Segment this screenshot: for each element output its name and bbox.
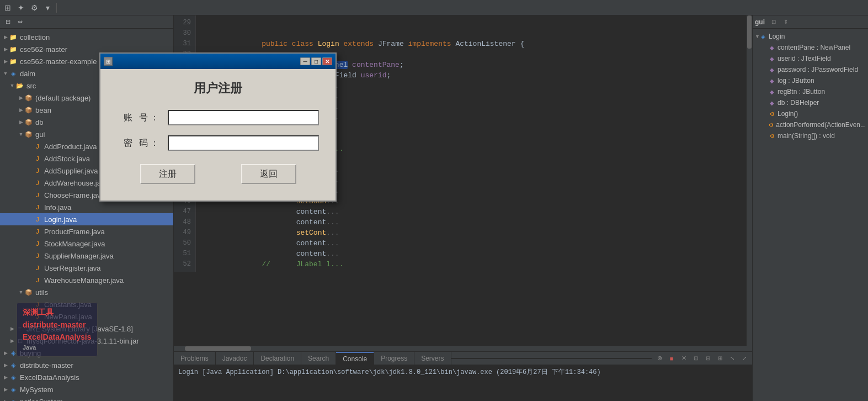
vertical-scrollbar[interactable] (747, 15, 752, 346)
outline-item-db[interactable]: ◆ db : DBHelper (753, 97, 868, 108)
tree-item-exceldata[interactable]: ▶ ◈ ExcelDataAnalysis (0, 371, 173, 383)
console-clear-icon[interactable]: ⊗ (654, 353, 665, 364)
console-icon-3[interactable]: ⊞ (715, 353, 726, 364)
tree-label: src (26, 82, 36, 90)
collapse-all-icon[interactable]: ⊟ (2, 17, 13, 28)
dialog-minimize-button[interactable]: ─ (300, 57, 310, 65)
tree-label: AddStock.java (44, 155, 90, 163)
tree-label: cse562-master (20, 45, 67, 54)
tree-arrow (26, 302, 33, 307)
project-icon: ◈ (9, 349, 18, 357)
tree-label: AddProduct.java (44, 143, 97, 151)
tree-arrow: ▶ (2, 387, 9, 392)
register-button[interactable]: 注册 (140, 164, 195, 184)
console-icon-1[interactable]: ⊡ (690, 353, 701, 364)
tree-label: ExcelDataAnalysis (20, 373, 79, 382)
outline-item-actionperformed[interactable]: ⚙ actionPerformed(ActionEven... (753, 119, 868, 130)
right-panel-toolbar: gui ⊡ ⇕ (753, 15, 868, 29)
tab-problems[interactable]: Problems (174, 352, 216, 365)
tree-item-info[interactable]: J Info.java (0, 201, 173, 213)
tree-label: AddSupplier.java (44, 167, 98, 175)
scrollbar-thumb (747, 15, 752, 49)
tree-item-constants[interactable]: J Constants.java (0, 298, 173, 310)
dialog-close-button[interactable]: ✕ (322, 57, 332, 65)
tree-item-productframe[interactable]: J ProductFrame.java (0, 225, 173, 238)
tree-item-warehousemanager[interactable]: J WarehouseManager.java (0, 274, 173, 286)
console-icon-5[interactable]: ⤢ (739, 353, 750, 364)
tree-label: ProductFrame.java (44, 228, 105, 236)
console-icon-2[interactable]: ⊟ (702, 353, 713, 364)
account-input[interactable] (168, 110, 319, 125)
project-icon: ◈ (9, 361, 18, 370)
tree-label: noticeSystem (20, 398, 63, 402)
outline-item-regbtn[interactable]: ◆ regBtn : JButton (753, 86, 868, 97)
outline-item-password[interactable]: ◆ password : JPasswordField (753, 64, 868, 75)
java-icon: J (33, 154, 42, 163)
console-icon-4[interactable]: ⤡ (727, 353, 738, 364)
tab-console[interactable]: Console (336, 352, 374, 365)
tree-arrow (26, 192, 33, 198)
tree-arrow: ▶ (2, 374, 9, 380)
tab-declaration[interactable]: Declaration (254, 352, 301, 365)
tree-arrow (26, 277, 33, 283)
left-panel-toolbar: ⊟ ⇔ (0, 15, 173, 29)
tab-javadoc[interactable]: Javadoc (216, 352, 254, 365)
right-panel: gui ⊡ ⇕ ▼ ◈ Login ◆ contentPane : NewPan… (752, 15, 868, 401)
tree-item-jre[interactable]: ▶ ≡ JRE System Library [JavaSE-1.8] (0, 323, 173, 335)
tree-item-buying[interactable]: ▶ ◈ buying (0, 347, 173, 359)
console-close-icon[interactable]: ✕ (678, 353, 689, 364)
tree-item-collection[interactable]: ▶ 📁 collection (0, 31, 173, 43)
package-icon: 📦 (24, 93, 33, 102)
console-stop-icon[interactable]: ■ (666, 353, 677, 364)
toolbar-icon-3[interactable]: ⚙ (29, 2, 40, 13)
toolbar-icon-1[interactable]: ⊞ (2, 2, 13, 13)
back-button[interactable]: 返回 (241, 164, 296, 184)
tree-arrow (26, 241, 33, 246)
tree-item-userregister[interactable]: J UserRegister.java (0, 262, 173, 274)
outline-item-userid[interactable]: ◆ userid : JTextField (753, 53, 868, 64)
tree-item-stockmanager[interactable]: J StockManager.java (0, 238, 173, 250)
tree-label: WarehouseManager.java (44, 276, 124, 284)
outline-item-main[interactable]: ⚙ main(String[]) : void (753, 130, 868, 141)
tree-arrow (26, 168, 33, 173)
outline-icon-2[interactable]: ⇕ (780, 17, 791, 28)
dialog-maximize-button[interactable]: □ (311, 57, 321, 65)
java-icon: J (33, 166, 42, 175)
tab-servers[interactable]: Servers (414, 352, 451, 365)
password-input[interactable] (168, 135, 319, 151)
toolbar-icon-4[interactable]: ▾ (42, 2, 53, 13)
tree-item-utils[interactable]: ▼ 📦 utils (0, 286, 173, 298)
project-icon: ◈ (9, 385, 18, 394)
tree-label: NewPanel.java (44, 313, 92, 321)
project-icon: ◈ (9, 69, 18, 78)
tree-arrow: ▶ (2, 350, 9, 356)
tree-item-suppliermanager[interactable]: J SupplierManager.java (0, 250, 173, 262)
toolbar-icon-2[interactable]: ✦ (15, 2, 26, 13)
outline-item-login-ctor[interactable]: ⚙ Login() (753, 108, 868, 119)
horizontal-scrollbar[interactable] (174, 346, 752, 351)
tree-item-noticesystem[interactable]: ▶ ◈ noticeSystem (0, 395, 173, 401)
tree-arrow (26, 253, 33, 258)
tab-progress[interactable]: Progress (374, 352, 414, 365)
outline-item-login-class[interactable]: ▼ ◈ Login (753, 31, 868, 42)
dialog-heading: 用户注册 (117, 80, 319, 97)
dialog-window[interactable]: ⊞ ─ □ ✕ 用户注册 账 号： 密 码： 注册 返回 (99, 52, 337, 202)
tree-item-mysystem[interactable]: ▶ ◈ MySystem (0, 383, 173, 395)
tree-item-login[interactable]: J Login.java (0, 213, 173, 225)
outline-icon-1[interactable]: ⊡ (768, 17, 779, 28)
tree-item-distribute[interactable]: ▶ ◈ distribute-master (0, 359, 173, 371)
outline-label: userid : JTextField (778, 55, 831, 62)
tree-label: UserRegister.java (44, 264, 101, 272)
outline-item-log[interactable]: ◆ log : JButton (753, 75, 868, 86)
tree-arrow: ▼ (9, 83, 15, 88)
link-editor-icon[interactable]: ⇔ (14, 17, 25, 28)
outline-item-contentpane[interactable]: ◆ contentPane : NewPanel (753, 42, 868, 53)
tab-search[interactable]: Search (301, 352, 336, 365)
tree-label: ChooseFrame.java (44, 191, 105, 199)
tree-item-newpanel[interactable]: J NewPanel.java (0, 310, 173, 323)
tree-item-mysql[interactable]: ▶ ⊡ mysql-connector-java-3.1.11-bin.jar (0, 335, 173, 347)
tree-arrow: ▶ (18, 107, 24, 113)
package-icon: 📦 (24, 288, 33, 297)
tree-label: collection (20, 33, 50, 41)
java-icon: J (33, 312, 42, 321)
